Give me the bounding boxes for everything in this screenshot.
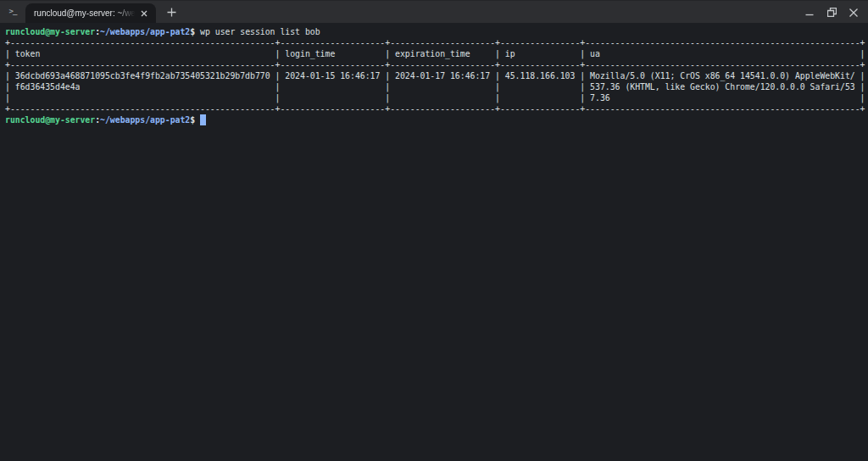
session-table: +---------------------------------------… [5,37,868,114]
table-line: +---------------------------------------… [5,59,868,70]
table-line: +---------------------------------------… [5,37,868,48]
tab-title: runcloud@my-server: ~/webapps/a [34,8,137,18]
terminal-app-icon: >_ [0,1,25,23]
tab-close-icon[interactable] [137,7,151,20]
prompt-symbol: $ [190,115,195,125]
prompt-user-host: runcloud@my-server [5,27,95,36]
table-line: | token | login_time | expiration_time |… [5,48,868,59]
command-text: wp user session list bob [195,27,320,36]
close-icon[interactable] [843,1,865,24]
table-line: | 36dcbd693a468871095cb3fe4f9fb2ab735405… [5,70,868,81]
terminal-tab[interactable]: runcloud@my-server: ~/webapps/a [25,3,156,23]
prompt-user-host: runcloud@my-server [5,115,95,125]
restore-icon[interactable] [821,1,843,24]
table-line: | | | | | 7.36 | [5,92,868,103]
new-tab-icon[interactable] [161,2,181,22]
command-line: runcloud@my-server:~/webapps/app-pat2$wp… [5,26,868,37]
current-prompt-line: runcloud@my-server:~/webapps/app-pat2$ [5,114,868,125]
tab-strip: >_ runcloud@my-server: ~/webapps/a [0,0,868,23]
terminal-screen[interactable]: runcloud@my-server:~/webapps/app-pat2$wp… [0,23,868,461]
table-line: +---------------------------------------… [5,103,868,114]
terminal-window: >_ runcloud@my-server: ~/webapps/a [0,0,868,461]
minimize-icon[interactable] [798,1,821,24]
prompt-path: ~/webapps/app-pat2 [100,27,190,36]
prompt-path: ~/webapps/app-pat2 [100,115,190,125]
table-line: | f6d36435d4e4a | | | | 537.36 (KHTML, l… [5,81,868,92]
terminal-cursor [200,114,206,125]
window-controls [798,1,865,24]
